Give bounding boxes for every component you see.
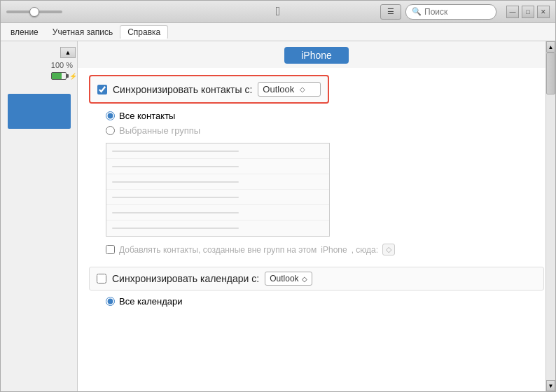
list-item	[106, 159, 329, 174]
add-contacts-row: Добавлять контакты, созданные вне групп …	[106, 244, 544, 255]
contacts-sync-section: Синхронизировать контакты с: Outlook ◇ В…	[89, 75, 544, 255]
menu-item-help-label: Справка	[127, 27, 160, 37]
contacts-sync-label: Синхронизировать контакты с:	[113, 84, 252, 95]
slider-track	[6, 10, 62, 13]
group-line	[112, 227, 239, 229]
search-input[interactable]	[424, 7, 490, 17]
main-panel: iPhone Синхронизировать контакты с: Outl…	[78, 41, 555, 391]
battery-fill	[52, 73, 62, 79]
calendar-sync-checkbox[interactable]	[97, 274, 106, 284]
menu-item-update[interactable]: вление	[4, 26, 46, 38]
list-item	[106, 205, 329, 220]
add-contacts-suffix: , сюда:	[352, 245, 378, 255]
scrollbar-track	[546, 52, 555, 380]
scrollbar: ▲ ▼	[545, 41, 555, 391]
calendar-sync-section: Синхронизировать календари с: Outlook ◇ …	[89, 267, 544, 307]
menu-item-update-label: вление	[11, 27, 39, 37]
title-bar-right: ☰ 🔍 — □ ✕	[380, 4, 550, 20]
scrollbar-thumb[interactable]	[546, 52, 555, 94]
contacts-radio-group: Все контакты Выбранные группы	[89, 111, 544, 136]
contacts-dropdown-value: Outlook	[263, 84, 294, 94]
sidebar: ▲ 100 % ⚡	[1, 41, 78, 391]
menu-item-help[interactable]: Справка	[120, 25, 168, 39]
contacts-sync-header: Синхронизировать контакты с: Outlook ◇	[89, 75, 329, 104]
device-tab-bar: iPhone	[78, 41, 555, 68]
scrollbar-down-button[interactable]: ▼	[546, 380, 555, 391]
all-contacts-radio[interactable]	[106, 111, 115, 120]
lightning-icon: ⚡	[69, 73, 77, 80]
list-view-button[interactable]: ☰	[380, 4, 401, 20]
slider-thumb	[29, 7, 39, 17]
title-bar:  ☰ 🔍 — □ ✕	[1, 1, 555, 23]
add-contacts-text: Добавлять контакты, созданные вне групп …	[119, 245, 317, 255]
main-window:  ☰ 🔍 — □ ✕ вление Учетная запись Справк…	[0, 0, 556, 392]
group-line	[112, 197, 239, 198]
maximize-button[interactable]: □	[522, 6, 534, 18]
iphone-tab-label: iPhone	[301, 50, 332, 61]
storage-bar	[8, 94, 71, 129]
all-contacts-label: Все контакты	[119, 111, 175, 121]
title-bar-left	[6, 10, 62, 13]
contacts-dropdown-arrow-icon: ◇	[300, 85, 305, 93]
window-controls: — □ ✕	[506, 6, 550, 18]
battery-row: ⚡	[51, 72, 77, 80]
group-line	[112, 181, 239, 183]
panel-content: Синхронизировать контакты с: Outlook ◇ В…	[78, 68, 555, 391]
add-contacts-dropdown[interactable]: ◇	[382, 244, 395, 255]
calendar-sync-header: Синхронизировать календари с: Outlook ◇	[89, 267, 544, 290]
calendar-sync-dropdown[interactable]: Outlook ◇	[265, 272, 312, 286]
scroll-up-button[interactable]: ▲	[60, 47, 76, 58]
iphone-tab[interactable]: iPhone	[284, 47, 349, 64]
menu-item-account[interactable]: Учетная запись	[46, 26, 120, 38]
content-area: ▲ 100 % ⚡ iPhone	[1, 41, 555, 391]
apple-logo-icon: 	[276, 4, 281, 19]
calendar-radio-group: Все календари	[89, 296, 544, 307]
group-line	[112, 212, 239, 214]
list-item	[106, 220, 329, 236]
contacts-sync-checkbox[interactable]	[97, 85, 107, 94]
device-name-inline: iPhone	[321, 245, 347, 255]
all-calendars-option: Все календари	[106, 296, 544, 307]
all-calendars-radio[interactable]	[106, 297, 115, 306]
minimize-button[interactable]: —	[506, 6, 519, 18]
search-box: 🔍	[405, 4, 496, 20]
calendar-dropdown-value: Outlook	[270, 274, 298, 284]
add-contacts-dropdown-arrow: ◇	[386, 245, 391, 253]
calendar-sync-label: Синхронизировать календари с:	[112, 273, 259, 284]
close-button[interactable]: ✕	[537, 6, 550, 18]
group-line	[112, 150, 239, 152]
menu-item-account-label: Учетная запись	[53, 27, 113, 37]
scrollbar-up-button[interactable]: ▲	[546, 41, 555, 52]
slider-control[interactable]	[6, 10, 62, 13]
selected-groups-label: Выбранные группы	[119, 125, 200, 136]
list-item	[106, 190, 329, 205]
groups-list	[106, 143, 330, 237]
list-item	[106, 144, 329, 159]
battery-icon	[51, 72, 67, 80]
battery-percent: 100 %	[51, 61, 77, 69]
selected-groups-option: Выбранные группы	[106, 125, 544, 136]
add-contacts-checkbox[interactable]	[106, 245, 115, 254]
selected-groups-radio[interactable]	[106, 126, 115, 135]
all-contacts-option: Все контакты	[106, 111, 544, 121]
contacts-sync-dropdown[interactable]: Outlook ◇	[258, 82, 321, 97]
menu-bar: вление Учетная запись Справка	[1, 23, 555, 41]
group-line	[112, 166, 239, 167]
search-icon: 🔍	[412, 7, 422, 16]
list-item	[106, 174, 329, 190]
calendar-dropdown-arrow-icon: ◇	[302, 275, 307, 283]
all-calendars-label: Все календари	[119, 296, 183, 307]
